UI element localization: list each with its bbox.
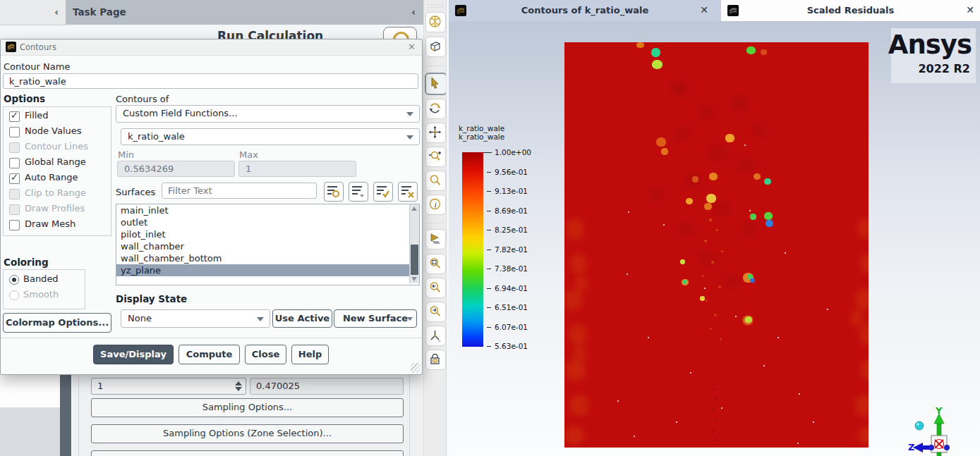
option-auto-range[interactable]: ✓Auto Range bbox=[4, 171, 111, 186]
compute-button[interactable]: Compute bbox=[179, 345, 240, 364]
new-surface-button[interactable]: New Surface bbox=[334, 309, 417, 328]
stepper-up-icon[interactable] bbox=[235, 381, 242, 386]
dialog-titlebar[interactable]: Contours ✕ bbox=[1, 39, 422, 56]
field-category-dropdown[interactable]: Custom Field Functions... bbox=[116, 105, 420, 123]
pan-view-button[interactable] bbox=[425, 123, 446, 143]
scroll-down-icon[interactable] bbox=[411, 277, 417, 281]
tree-panel-bottom bbox=[0, 374, 60, 407]
checkbox-checked-icon[interactable]: ✓ bbox=[9, 111, 20, 122]
zoom-to-area-button[interactable] bbox=[425, 254, 446, 274]
min-label: Min bbox=[118, 149, 134, 160]
dialog-title: Contours bbox=[20, 42, 56, 52]
stepper-down-icon[interactable] bbox=[235, 387, 242, 391]
fluent-window: ‹ Task Page ‹ Run Calculation 1 0.470025… bbox=[0, 0, 980, 456]
option-draw-mesh[interactable]: Draw Mesh bbox=[4, 217, 111, 233]
checkbox-icon[interactable] bbox=[9, 127, 20, 137]
sampling-options-button[interactable]: Sampling Options... bbox=[91, 398, 404, 417]
panel-splitter[interactable] bbox=[60, 374, 71, 456]
options-label: Options bbox=[4, 93, 45, 104]
origin-ball bbox=[915, 421, 924, 430]
display-state-label: Display State bbox=[116, 293, 187, 304]
select-all-button[interactable] bbox=[373, 182, 393, 202]
option-draw-profiles: Draw Profiles bbox=[4, 202, 111, 217]
options-group: ✓Filled Node Values Contour Lines Global… bbox=[3, 106, 111, 236]
option-clip-to-range: Clip to Range bbox=[4, 186, 111, 202]
list-item[interactable]: wall_chamber_bottom bbox=[116, 252, 419, 264]
save-display-button[interactable]: Save/Display bbox=[93, 345, 174, 364]
toolbar-drag-handle[interactable]: ············ bbox=[428, 4, 443, 9]
list-scrollbar[interactable] bbox=[409, 204, 419, 283]
tab-close-icon[interactable]: ✕ bbox=[700, 4, 708, 16]
help-button[interactable]: Help bbox=[291, 345, 329, 364]
dialog-divider bbox=[1, 338, 422, 338]
rotate-view-button[interactable] bbox=[425, 99, 446, 119]
contour-plot[interactable] bbox=[564, 42, 869, 448]
fluent-app-icon bbox=[6, 42, 16, 52]
surfaces-list[interactable]: main_inlet outlet pilot_inlet wall_chamb… bbox=[116, 204, 420, 285]
previous-view-button[interactable] bbox=[425, 278, 446, 298]
close-button[interactable]: Close bbox=[245, 345, 286, 364]
use-active-button[interactable]: Use Active bbox=[272, 309, 332, 328]
list-item[interactable]: pilot_inlet bbox=[116, 228, 419, 240]
sort-list-button[interactable] bbox=[349, 182, 368, 202]
list-item[interactable]: wall_chamber bbox=[116, 240, 419, 252]
wildcard-match-button[interactable] bbox=[324, 182, 344, 202]
option-node-values[interactable]: Node Values bbox=[4, 124, 111, 140]
tree-collapse-chevron-icon[interactable]: ‹ bbox=[54, 6, 59, 18]
task-page-header: Task Page ‹ bbox=[66, 0, 423, 25]
dialog-resize-grip[interactable] bbox=[411, 363, 421, 373]
tab-contours[interactable]: Contours of k_ratio_wale ✕ bbox=[449, 0, 721, 21]
deselect-all-button[interactable] bbox=[398, 182, 418, 202]
scroll-thumb[interactable] bbox=[411, 245, 418, 275]
chevron-down-icon bbox=[406, 135, 413, 140]
checkbox-disabled-icon bbox=[9, 204, 20, 215]
contour-name-input[interactable] bbox=[3, 73, 418, 89]
graphics-window: Contours of k_ratio_wale ✕ Scaled Residu… bbox=[449, 0, 980, 456]
axis-triad-button[interactable] bbox=[425, 326, 446, 346]
chevron-down-icon bbox=[257, 317, 264, 321]
radio-selected-icon[interactable] bbox=[9, 275, 19, 285]
checkbox-checked-icon[interactable]: ✓ bbox=[9, 173, 20, 184]
tab-close-icon[interactable]: ✕ bbox=[966, 4, 974, 16]
checkbox-icon[interactable] bbox=[9, 220, 20, 230]
display-mesh-button[interactable] bbox=[425, 12, 446, 32]
field-name-dropdown[interactable]: k_ratio_wale bbox=[121, 128, 420, 145]
radio-disabled-icon bbox=[9, 290, 19, 300]
display-state-dropdown[interactable]: None bbox=[121, 309, 270, 328]
view-box-button[interactable] bbox=[425, 37, 446, 57]
lock-view-button[interactable] bbox=[425, 350, 446, 370]
chevron-down-icon bbox=[407, 317, 413, 321]
list-item-selected[interactable]: yz_plane bbox=[116, 264, 419, 276]
coloring-label: Coloring bbox=[4, 257, 49, 268]
ansys-logo: Ansys 2022 R2 bbox=[891, 28, 976, 83]
checkbox-disabled-icon bbox=[9, 142, 20, 153]
probe-info-button[interactable]: i bbox=[425, 195, 446, 215]
display-preview-button[interactable] bbox=[425, 229, 446, 249]
option-contour-lines: Contour Lines bbox=[4, 140, 111, 155]
sketch-arrow-up bbox=[976, 448, 980, 456]
option-filled[interactable]: ✓Filled bbox=[4, 109, 111, 124]
next-view-button[interactable] bbox=[425, 302, 446, 322]
colormap-options-button[interactable]: Colormap Options... bbox=[3, 313, 111, 333]
zoom-in-out-button[interactable] bbox=[425, 147, 446, 167]
option-global-range[interactable]: Global Range bbox=[4, 155, 111, 171]
task-page-collapse-chevron-icon[interactable]: ‹ bbox=[411, 6, 416, 18]
dialog-close-icon[interactable]: ✕ bbox=[408, 42, 416, 52]
tab-scaled-residuals[interactable]: Scaled Residuals ✕ bbox=[721, 0, 980, 21]
clipped-bottom-button[interactable] bbox=[91, 450, 404, 456]
coloring-group: Banded Smooth bbox=[3, 269, 85, 309]
sampling-options-zone-button[interactable]: Sampling Options (Zone Selection)... bbox=[91, 424, 404, 443]
surfaces-filter-input[interactable] bbox=[162, 183, 317, 199]
scroll-up-icon[interactable] bbox=[411, 207, 417, 211]
list-item[interactable]: main_inlet bbox=[116, 204, 419, 216]
graphics-viewport[interactable]: k_ratio_walek_ratio_wale 1.00e+00 9.56e-… bbox=[449, 21, 980, 456]
list-item[interactable]: outlet bbox=[116, 216, 419, 228]
select-pointer-button[interactable] bbox=[425, 73, 447, 95]
legend-title: k_ratio_walek_ratio_wale bbox=[459, 124, 504, 141]
zoom-magnify-button[interactable] bbox=[425, 171, 446, 191]
coloring-banded-radio[interactable]: Banded bbox=[4, 272, 85, 288]
min-field: 0.5634269 bbox=[117, 161, 235, 177]
sampling-interval-value: 1 bbox=[97, 381, 103, 391]
sampling-interval-stepper[interactable]: 1 bbox=[91, 378, 246, 395]
checkbox-icon[interactable] bbox=[9, 158, 20, 168]
